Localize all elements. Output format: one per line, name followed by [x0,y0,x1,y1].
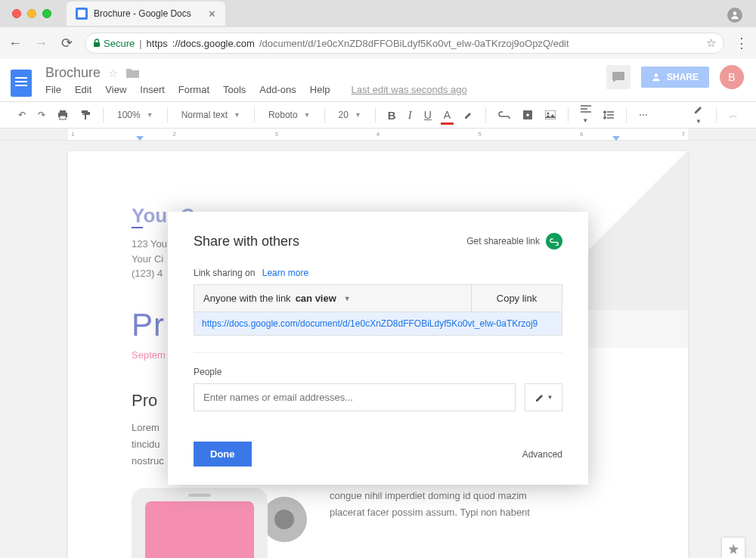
bookmark-star-icon[interactable]: ☆ [706,36,716,50]
menu-file[interactable]: File [45,84,61,95]
forward-button: → [33,36,48,51]
tab-close-icon[interactable]: ✕ [208,8,216,20]
docs-header: Brochure ☆ File Edit View Insert Format … [0,59,756,101]
more-tools-button[interactable]: ⋯ [634,107,652,123]
reload-button[interactable]: ⟳ [59,35,74,51]
chevron-down-icon: ▼ [547,394,553,401]
zoom-select[interactable]: 100%▼ [111,107,160,123]
url-bar[interactable]: Secure | https://docs.google.com/documen… [85,33,724,54]
align-button[interactable]: ▼ [576,102,596,128]
menu-edit[interactable]: Edit [75,84,91,95]
link-sharing-status: Link sharing on [194,268,255,278]
address-bar-row: ← → ⟳ Secure | https://docs.google.com/d… [0,27,756,59]
docs-favicon-icon [76,8,88,20]
link-icon [546,233,562,250]
docs-logo-icon[interactable] [6,65,36,101]
insert-comment-button[interactable] [518,107,538,123]
chrome-profile-icon[interactable] [727,8,742,23]
back-button[interactable]: ← [8,36,23,51]
share-url-field[interactable]: https://docs.google.com/document/d/1e0cX… [194,312,562,336]
svg-point-9 [547,113,550,115]
svg-rect-1 [94,42,100,47]
people-label: People [194,367,562,377]
undo-button[interactable]: ↶ [14,107,30,123]
body-text-right[interactable]: congue nihil imperdiet doming id quod ma… [330,488,556,558]
docs-menubar: File Edit View Insert Format Tools Add-o… [45,84,606,95]
secure-label: Secure [104,38,135,49]
insert-link-button[interactable] [494,108,515,122]
phone-mockup-image [132,488,268,558]
get-shareable-link-button[interactable]: Get shareable link [466,233,562,250]
advanced-link[interactable]: Advanced [522,449,562,460]
font-size-select[interactable]: 20▼ [333,107,367,123]
editing-mode-button[interactable]: ▼ [689,101,708,129]
comments-button[interactable] [606,65,631,89]
people-permission-button[interactable]: ▼ [525,383,562,411]
chevron-down-icon: ▼ [344,295,351,302]
person-add-icon [652,72,662,82]
copy-link-button[interactable]: Copy link [471,285,562,312]
window-close-icon[interactable] [12,9,21,18]
menu-tools[interactable]: Tools [223,84,246,95]
lock-icon [93,39,101,48]
share-label: SHARE [667,72,699,82]
menu-view[interactable]: View [105,84,126,95]
dialog-title: Share with others [194,234,299,250]
redo-button[interactable]: ↷ [33,107,50,123]
tab-strip: Brochure - Google Docs ✕ [0,0,756,27]
line-spacing-button[interactable] [599,107,618,122]
menu-help[interactable]: Help [310,84,330,95]
window-controls [6,9,57,18]
learn-more-link[interactable]: Learn more [262,268,308,278]
print-button[interactable] [53,107,73,123]
svg-rect-8 [545,110,556,119]
ruler[interactable]: 1 2 3 4 5 6 7 [0,129,756,141]
menu-insert[interactable]: Insert [140,84,165,95]
paint-format-button[interactable] [76,107,95,123]
get-link-label: Get shareable link [466,236,540,246]
url-protocol: https [147,38,168,49]
docs-toolbar: ↶ ↷ 100%▼ Normal text▼ Roboto▼ 20▼ B I U… [0,101,756,129]
people-input[interactable] [194,383,516,411]
move-to-folder-icon[interactable] [125,68,139,79]
star-document-icon[interactable]: ☆ [108,67,118,80]
url-host: ://docs.google.com [172,38,255,49]
explore-button[interactable] [721,537,745,558]
style-select[interactable]: Normal text▼ [175,107,246,123]
text-color-button[interactable]: A [439,106,455,124]
browser-tab[interactable]: Brochure - Google Docs ✕ [67,2,225,26]
underline-button[interactable]: U [420,106,436,124]
user-avatar[interactable]: B [720,65,744,89]
svg-rect-5 [60,116,66,119]
last-edit-link[interactable]: Last edit was seconds ago [352,84,467,95]
secure-badge: Secure [93,38,135,49]
browser-chrome: Brochure - Google Docs ✕ ← → ⟳ Secure | … [0,0,756,59]
menu-format[interactable]: Format [178,84,209,95]
document-title[interactable]: Brochure [45,65,101,81]
tab-title: Brochure - Google Docs [94,8,208,19]
collapse-toolbar-button[interactable]: ︿ [724,106,742,125]
svg-point-0 [733,11,737,15]
window-maximize-icon[interactable] [42,9,51,18]
url-path: /document/d/1e0cXnZD8dFFOBiLdyf5Ko0vt_el… [259,38,569,49]
chrome-menu-icon[interactable]: ⋮ [735,35,748,51]
svg-point-2 [654,73,658,77]
share-button[interactable]: SHARE [641,67,709,88]
bold-button[interactable]: B [383,106,401,125]
italic-button[interactable]: I [404,106,417,125]
insert-image-button[interactable] [541,107,560,122]
link-permission-select[interactable]: Anyone with the link can view ▼ [194,285,471,312]
done-button[interactable]: Done [194,442,252,467]
pencil-icon [534,392,545,403]
svg-rect-3 [60,110,66,113]
window-minimize-icon[interactable] [27,9,36,18]
font-select[interactable]: Roboto▼ [262,107,317,123]
highlight-button[interactable] [458,107,478,123]
menu-addons[interactable]: Add-ons [259,84,296,95]
share-dialog: Share with others Get shareable link Lin… [168,212,588,485]
camera-mockup-image [262,497,307,542]
